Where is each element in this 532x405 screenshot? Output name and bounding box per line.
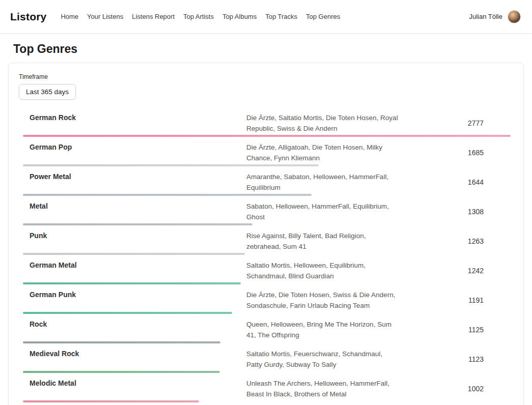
genre-artists: Sabaton, Helloween, HammerFall, Equilibr… — [246, 201, 399, 222]
genre-name: Melodic Metal — [30, 378, 246, 387]
genre-count: 1644 — [399, 178, 511, 186]
page-title: Top Genres — [0, 42, 532, 56]
genre-name: German Metal — [30, 260, 246, 269]
nav-link-your-listens[interactable]: Your Listens — [87, 13, 123, 20]
genre-row-content: Medieval Rock Saltatio Mortis, Feuerschw… — [23, 343, 511, 370]
top-nav: Listory Home Your Listens Listens Report… — [0, 0, 532, 34]
genre-name: German Pop — [30, 142, 246, 151]
genre-artists: Die Ärzte, Die Toten Hosen, Swiss & Die … — [246, 290, 399, 311]
timeframe-label: Timeframe — [19, 73, 513, 80]
genre-row[interactable]: Medieval Rock Saltatio Mortis, Feuerschw… — [23, 343, 511, 373]
genre-count: 2777 — [399, 119, 511, 127]
nav-user-area: Julian Tölle — [469, 10, 521, 23]
genre-row[interactable]: German Metal Saltatio Mortis, Helloween,… — [23, 255, 511, 284]
user-name[interactable]: Julian Tölle — [469, 13, 502, 20]
genre-name: Medieval Rock — [30, 349, 246, 358]
genre-artists: Amaranthe, Sabaton, Helloween, HammerFal… — [246, 171, 399, 193]
genre-name: Power Metal — [30, 171, 246, 181]
genre-artists: Queen, Helloween, Bring Me The Horizon, … — [246, 319, 399, 340]
genre-count: 1002 — [399, 385, 511, 393]
genre-row[interactable]: Rock Queen, Helloween, Bring Me The Hori… — [23, 314, 511, 343]
genre-row-content: German Metal Saltatio Mortis, Helloween,… — [23, 255, 511, 281]
genre-row-content: German Indie Bukahara, Käptn Peng, KYTES… — [23, 402, 511, 405]
top-genres-card: Timeframe Last 365 days German Rock Die … — [8, 63, 524, 405]
nav-links: Home Your Listens Listens Report Top Art… — [61, 13, 340, 20]
genre-name: Punk — [30, 230, 246, 240]
genre-row[interactable]: Power Metal Amaranthe, Sabaton, Hellowee… — [23, 166, 511, 196]
nav-link-top-albums[interactable]: Top Albums — [222, 13, 257, 20]
genre-name: German Punk — [30, 290, 246, 299]
genre-count: 1308 — [399, 208, 511, 216]
genre-count: 1685 — [399, 149, 511, 157]
nav-link-home[interactable]: Home — [61, 13, 78, 20]
nav-link-top-artists[interactable]: Top Artists — [183, 13, 214, 20]
genre-artists: Saltatio Mortis, Feuerschwanz, Schandmau… — [246, 349, 399, 370]
app-logo[interactable]: Listory — [10, 11, 46, 23]
genre-row-content: Punk Rise Against, Billy Talent, Bad Rel… — [23, 225, 511, 252]
genre-table: German Rock Die Ärzte, Saltatio Mortis, … — [23, 107, 511, 405]
genre-row[interactable]: German Punk Die Ärzte, Die Toten Hosen, … — [23, 284, 511, 314]
genre-row[interactable]: German Indie Bukahara, Käptn Peng, KYTES… — [23, 402, 511, 405]
genre-row-content: German Punk Die Ärzte, Die Toten Hosen, … — [23, 284, 511, 311]
nav-link-top-tracks[interactable]: Top Tracks — [265, 13, 297, 20]
genre-artists: Saltatio Mortis, Helloween, Equilibrium,… — [246, 260, 399, 281]
genre-artists: Rise Against, Billy Talent, Bad Religion… — [246, 230, 399, 252]
genre-row-content: German Pop Die Ärzte, Alligatoah, Die To… — [23, 137, 511, 163]
nav-link-listens-report[interactable]: Listens Report — [132, 13, 175, 20]
genre-count: 1125 — [399, 326, 511, 334]
genre-row-content: Power Metal Amaranthe, Sabaton, Hellowee… — [23, 166, 511, 193]
genre-artists: Die Ärzte, Alligatoah, Die Toten Hosen, … — [246, 142, 399, 163]
genre-artists: Unleash The Archers, Helloween, HammerFa… — [246, 378, 399, 399]
genre-count: 1263 — [399, 237, 511, 245]
genre-row[interactable]: Melodic Metal Unleash The Archers, Hello… — [23, 373, 511, 402]
genre-count: 1123 — [399, 355, 511, 363]
timeframe-select-button[interactable]: Last 365 days — [19, 84, 76, 100]
genre-row-content: Rock Queen, Helloween, Bring Me The Hori… — [23, 314, 511, 340]
genre-name: Metal — [30, 201, 246, 210]
genre-count: 1191 — [399, 296, 511, 304]
genre-row-content: Metal Sabaton, Helloween, HammerFall, Eq… — [23, 196, 511, 222]
genre-row[interactable]: Metal Sabaton, Helloween, HammerFall, Eq… — [23, 196, 511, 225]
genre-artists: Die Ärzte, Saltatio Mortis, Die Toten Ho… — [246, 112, 399, 134]
genre-name: Rock — [30, 319, 246, 328]
genre-count: 1242 — [399, 267, 511, 275]
nav-link-top-genres[interactable]: Top Genres — [306, 13, 340, 20]
genre-row[interactable]: German Pop Die Ärzte, Alligatoah, Die To… — [23, 137, 511, 166]
genre-row-content: German Rock Die Ärzte, Saltatio Mortis, … — [23, 107, 511, 134]
genre-name: German Rock — [30, 112, 246, 122]
user-avatar[interactable] — [508, 10, 521, 23]
genre-row[interactable]: Punk Rise Against, Billy Talent, Bad Rel… — [23, 225, 511, 255]
genre-row[interactable]: German Rock Die Ärzte, Saltatio Mortis, … — [23, 107, 511, 137]
genre-row-content: Melodic Metal Unleash The Archers, Hello… — [23, 373, 511, 399]
